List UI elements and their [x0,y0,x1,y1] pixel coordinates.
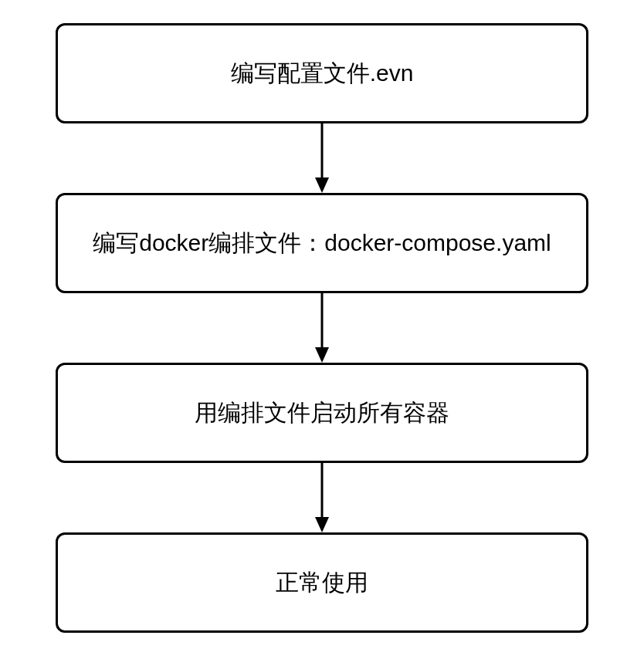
step-box-4: 正常使用 [56,532,588,633]
svg-marker-5 [315,517,329,532]
arrow-down-icon [310,123,334,193]
svg-marker-3 [315,347,329,363]
step-label: 用编排文件启动所有容器 [195,397,449,429]
step-label: 正常使用 [276,567,368,599]
arrow-down-icon [310,463,334,532]
step-label: 编写配置文件.evn [231,58,414,90]
step-box-1: 编写配置文件.evn [56,23,588,123]
svg-marker-1 [315,177,329,193]
step-box-3: 用编排文件启动所有容器 [56,363,588,463]
arrow-1 [310,123,334,193]
flowchart-container: 编写配置文件.evn 编写docker编排文件：docker-compose.y… [56,23,588,633]
arrow-2 [310,293,334,363]
step-label: 编写docker编排文件：docker-compose.yaml [93,228,551,259]
arrow-down-icon [310,293,334,363]
arrow-3 [310,463,334,532]
step-box-2: 编写docker编排文件：docker-compose.yaml [56,193,588,293]
